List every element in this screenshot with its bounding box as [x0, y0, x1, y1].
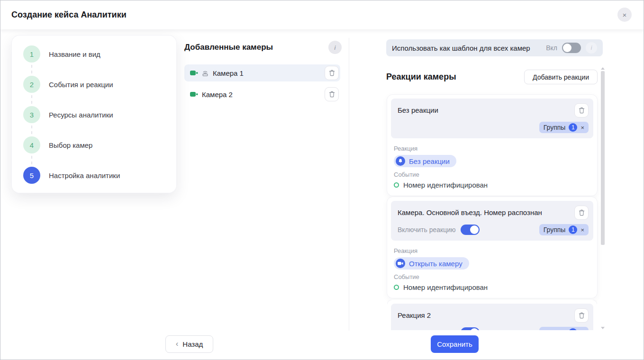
delete-reaction-button[interactable] [574, 206, 589, 220]
step-label: Название и вид [49, 50, 100, 58]
enable-reaction-toggle[interactable] [461, 327, 480, 330]
trash-icon [579, 209, 585, 216]
reaction-value-pill[interactable]: Без реакции [394, 155, 456, 167]
reaction-card-header: Без реакции Группы 1 × [391, 99, 593, 138]
reaction-card-header: Реакция 2 Включить реакцию Группы 1 × [391, 304, 593, 330]
add-reactions-button[interactable]: Добавить реакции [524, 70, 598, 84]
toggle-caption: Вкл [546, 44, 557, 52]
groups-chip[interactable]: Группы 1 × [539, 224, 589, 235]
save-button-label: Сохранить [437, 340, 472, 348]
event-field-label: Событие [394, 171, 590, 178]
archive-device-icon [201, 70, 209, 77]
reaction-card-header: Камера. Основной въезд. Номер распознан … [391, 201, 593, 241]
step-number-badge: 2 [23, 76, 40, 93]
close-button[interactable]: × [617, 8, 632, 22]
panel-divider [349, 38, 349, 331]
camera-icon [396, 259, 405, 268]
scrollbar-thumb[interactable] [601, 71, 605, 245]
reaction-value: Без реакции [409, 157, 450, 165]
remove-chip-icon[interactable]: × [581, 329, 584, 331]
back-button-label: Назад [182, 340, 203, 348]
stepper-panel: 1 Название и вид 2 События и реакции 3 Р… [12, 36, 176, 193]
step-number-badge: 4 [23, 136, 40, 153]
bell-icon [396, 156, 405, 166]
camera-row-2[interactable]: Камера 2 [184, 86, 340, 103]
video-camera-icon [190, 70, 198, 76]
step-item-5-active[interactable]: 5 Настройка аналитики [23, 167, 165, 184]
dialog-header: Создание кейса Аналитики × [0, 0, 644, 29]
delete-reaction-button[interactable] [574, 308, 589, 323]
step-item-3[interactable]: 3 Ресурсы аналитики [23, 106, 165, 123]
event-status-icon [394, 285, 399, 290]
groups-count-badge: 1 [569, 123, 577, 132]
remove-chip-icon[interactable]: × [581, 124, 584, 131]
info-icon: i [591, 45, 592, 51]
camera-row-1[interactable]: Камера 1 [184, 64, 340, 81]
delete-camera-button[interactable] [325, 66, 339, 80]
trash-icon [579, 312, 585, 319]
reaction-value-pill[interactable]: Открыть камеру [394, 257, 469, 270]
step-label: Настройка аналитики [49, 171, 120, 180]
video-camera-icon [190, 91, 198, 97]
step-number-badge: 5 [23, 167, 40, 184]
toggle-knob [563, 44, 571, 52]
enable-reaction-toggle[interactable] [461, 225, 480, 235]
reaction-field-label: Реакция [394, 145, 590, 152]
step-item-1[interactable]: 1 Название и вид [23, 45, 165, 63]
save-button[interactable]: Сохранить [431, 335, 479, 353]
reaction-value: Открыть камеру [409, 260, 463, 268]
event-field-label: Событие [394, 273, 590, 280]
step-item-4[interactable]: 4 Выбор камер [23, 136, 165, 153]
trash-icon [329, 70, 335, 76]
reactions-scrollbar[interactable] [600, 66, 606, 330]
groups-count-badge: 1 [569, 328, 577, 330]
info-icon: i [335, 44, 336, 51]
template-toggle[interactable] [562, 43, 581, 53]
groups-chip-label: Группы [544, 124, 566, 131]
reaction-field-label: Реакция [394, 247, 590, 254]
scroll-down-arrow-icon[interactable] [601, 327, 605, 329]
reaction-card-title: Без реакции [398, 103, 438, 114]
groups-count-badge: 1 [569, 225, 577, 234]
camera-name: Камера 1 [213, 69, 244, 77]
chevron-left-icon: ‹ [176, 340, 179, 348]
remove-chip-icon[interactable]: × [581, 226, 584, 234]
trash-icon [579, 107, 585, 114]
template-toggle-bar: Использовать как шаблон для всех камер В… [386, 39, 603, 56]
reaction-card-3-clipped: Реакция 2 Включить реакцию Группы 1 × [387, 300, 597, 330]
reaction-card-3: Реакция 2 Включить реакцию Группы 1 × [387, 300, 597, 330]
template-info-button[interactable]: i [586, 42, 597, 54]
scroll-up-arrow-icon[interactable] [601, 67, 605, 70]
page-title: Создание кейса Аналитики [11, 10, 127, 20]
step-number-badge: 3 [23, 106, 40, 123]
event-value: Номер идентифицирован [403, 283, 488, 291]
reactions-section-title: Реакции камеры [386, 72, 456, 82]
groups-chip[interactable]: Группы 1 × [539, 122, 589, 133]
toggle-knob [470, 225, 479, 234]
cameras-info-button[interactable]: i [328, 41, 342, 54]
enable-reaction-label: Включить реакцию [398, 329, 456, 330]
groups-chip[interactable]: Группы 1 × [539, 327, 589, 330]
reaction-card-title: Камера. Основной въезд. Номер распознан [398, 206, 542, 216]
event-status-icon [394, 182, 399, 188]
step-label: События и реакции [49, 81, 113, 89]
groups-chip-label: Группы [544, 329, 566, 330]
delete-camera-button[interactable] [325, 87, 339, 101]
close-icon: × [623, 11, 627, 19]
trash-icon [329, 91, 335, 98]
reaction-card-2: Камера. Основной въезд. Номер распознан … [387, 197, 597, 298]
camera-name: Камера 2 [202, 90, 233, 99]
event-value: Номер идентифицирован [403, 181, 488, 189]
enable-reaction-label: Включить реакцию [398, 226, 456, 234]
step-label: Выбор камер [49, 141, 92, 149]
step-item-2[interactable]: 2 События и реакции [23, 76, 165, 93]
back-button[interactable]: ‹ Назад [165, 335, 213, 353]
cameras-section-title: Добавленные камеры [184, 43, 273, 52]
delete-reaction-button[interactable] [574, 103, 589, 117]
toggle-knob [470, 328, 479, 330]
step-number-badge: 1 [23, 45, 40, 63]
reaction-card-title: Реакция 2 [398, 308, 431, 319]
groups-chip-label: Группы [544, 226, 566, 234]
step-label: Ресурсы аналитики [49, 111, 113, 119]
dialog-footer: ‹ Назад Сохранить [0, 331, 644, 360]
